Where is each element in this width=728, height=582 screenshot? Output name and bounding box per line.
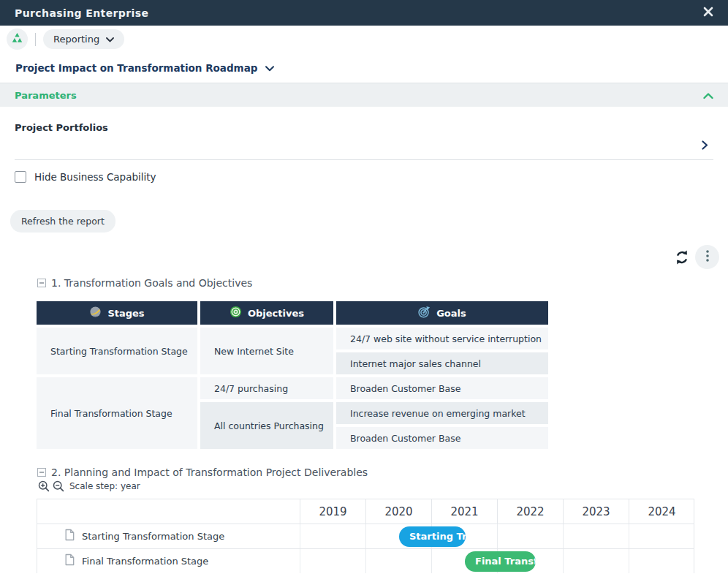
parameters-body: Project Portfolios Hide Business Capabil… [0,122,728,233]
timeline-corner-cell [37,499,300,524]
stage-cell: Starting Transformation Stage [35,326,199,376]
goals-objectives-table: Stages Objectives [35,300,550,450]
close-icon[interactable] [703,7,713,20]
window-title: Purchasing Enterprise [15,7,148,19]
timeline-year-header: 2019 2020 2021 2022 2023 2024 [37,499,694,524]
chevron-down-icon[interactable] [265,61,274,75]
parameters-header-bar[interactable]: Parameters [0,83,728,107]
objectives-target-icon [230,306,242,320]
stages-header-label: Stages [107,308,144,319]
project-portfolios-label: Project Portfolios [15,122,713,133]
goal-cell: Broaden Customer Base [335,426,550,450]
table-row: Final Transformation Stage 24/7 purchasi… [35,376,550,401]
column-header-objectives: Objectives [199,300,335,326]
stage-cell: Final Transformation Stage [35,376,199,450]
timeline-row-label: Final Transformation Stage [82,556,208,567]
chevron-down-icon [106,34,114,45]
chevron-right-icon[interactable] [702,139,708,153]
section1-title: 1. Transformation Goals and Objectives [51,277,252,289]
zoom-in-icon[interactable] [38,480,50,492]
kebab-menu-button[interactable] [695,245,719,269]
document-icon [64,553,75,569]
report-title-row: Project Impact on Transformation Roadmap [0,53,728,83]
year-header: 2023 [563,499,629,524]
reporting-menu-label: Reporting [53,34,99,45]
parameters-title: Parameters [15,90,77,101]
hide-business-capability-option[interactable]: Hide Business Capability [15,171,156,183]
report-actions [0,245,728,269]
goal-cell: Increase revenue on emerging market [335,401,550,426]
timeline-row: Final Transformation Stage Final Transfo… [37,548,694,573]
window-titlebar: Purchasing Enterprise [0,0,728,26]
toolbar-divider [35,33,36,46]
objective-cell: All countries Purchasing [199,401,335,450]
section2-title: 2. Planning and Impact of Transformation… [51,466,368,478]
hide-business-capability-checkbox[interactable] [15,171,26,183]
column-header-goals: Goals [335,300,550,326]
collapse-minus-icon[interactable] [37,468,46,477]
reporting-menu-button[interactable]: Reporting [43,29,124,49]
stages-sphere-icon [89,306,102,320]
refresh-icon[interactable] [674,249,690,265]
app-logo[interactable] [7,29,28,50]
goal-cell: Internet major sales channel [335,351,550,376]
hide-business-capability-label: Hide Business Capability [34,171,156,183]
year-header: 2024 [629,499,694,524]
year-header: 2020 [365,499,431,524]
timeline-gantt: 2019 2020 2021 2022 2023 2024 Starting T… [37,499,694,573]
goals-target-arrow-icon [418,306,431,320]
toolbar: Reporting [0,26,728,53]
goals-header-label: Goals [436,308,466,319]
kebab-icon [706,250,709,264]
gantt-bar-starting-stage[interactable]: Starting Transformation Stage [399,526,466,547]
table-row: Starting Transformation Stage New Intern… [35,326,550,351]
goal-cell: Broaden Customer Base [335,376,550,401]
timeline-row-label-cell[interactable]: Starting Transformation Stage [37,524,300,548]
table-header-row: Stages Objectives [35,300,550,326]
collapse-minus-icon[interactable] [37,279,46,287]
year-header: 2019 [300,499,365,524]
chevron-up-icon[interactable] [703,88,713,102]
timeline-row-label-cell[interactable]: Final Transformation Stage [37,549,300,573]
year-header: 2022 [497,499,563,524]
column-header-stages: Stages [35,300,199,326]
timeline-row-label: Starting Transformation Stage [82,531,224,542]
document-icon [64,529,75,544]
timeline-scale-controls: Scale step: year [38,480,728,492]
refresh-report-button[interactable]: Refresh the report [10,210,115,233]
objective-cell: New Internet Site [199,326,335,376]
goal-cell: 24/7 web site without service interrupti… [335,326,550,351]
project-portfolios-field[interactable] [15,133,713,160]
section2-heading: 2. Planning and Impact of Transformation… [37,466,728,478]
gantt-bar-final-stage[interactable]: Final Transformation Stage [465,551,536,572]
objectives-header-label: Objectives [248,308,304,319]
timeline-row: Starting Transformation Stage Starting T… [37,524,694,548]
objective-cell: 24/7 purchasing [199,376,335,401]
section1-heading: 1. Transformation Goals and Objectives [37,277,728,289]
scale-step-label: Scale step: year [69,481,140,491]
report-title[interactable]: Project Impact on Transformation Roadmap [15,62,257,74]
triangle-logo-icon [11,32,23,47]
zoom-out-icon[interactable] [53,480,64,492]
year-header: 2021 [431,499,497,524]
